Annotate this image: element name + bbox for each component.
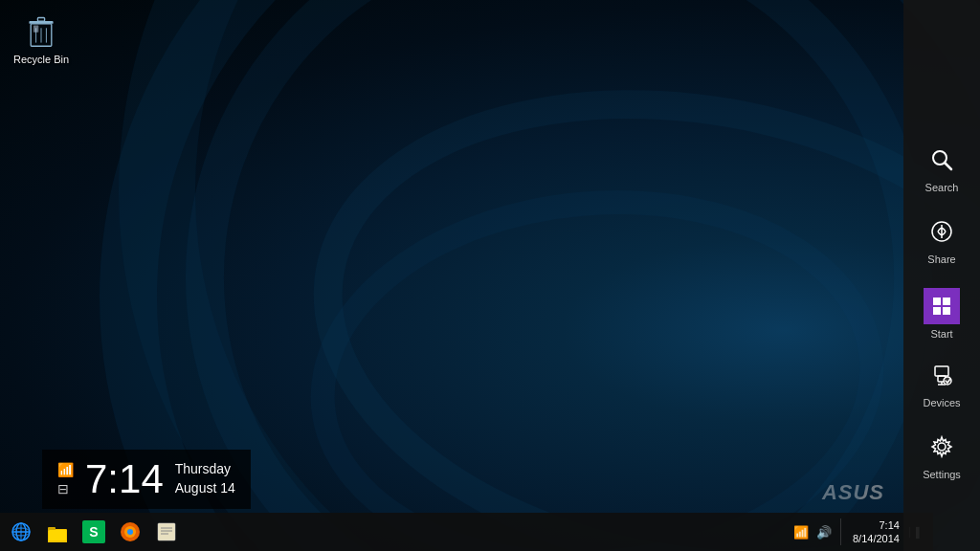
tablet-mode-icon: ⊟ — [57, 481, 74, 496]
svg-point-32 — [938, 443, 946, 451]
svg-line-24 — [945, 163, 951, 169]
clock-date-line: August 14 — [175, 479, 235, 498]
bg-swoosh-3 — [295, 167, 901, 551]
charm-devices-label: Devices — [923, 397, 960, 408]
taskbar-time: 7:14 — [853, 518, 900, 532]
charm-settings-label: Settings — [923, 469, 961, 480]
internet-explorer-taskbar-icon[interactable] — [4, 515, 38, 549]
svg-rect-15 — [49, 530, 66, 540]
windows-logo-icon — [933, 298, 950, 315]
store-icon-label: S — [89, 524, 98, 540]
svg-rect-5 — [37, 18, 44, 22]
svg-rect-6 — [33, 26, 38, 33]
charm-search[interactable]: Search — [903, 134, 980, 206]
browser-taskbar-icon[interactable] — [113, 515, 147, 549]
charm-start[interactable]: Start — [903, 277, 980, 349]
recycle-bin-image — [22, 11, 60, 50]
systray-divider — [840, 518, 841, 545]
taskbar: S 📶 🔊 7:14 — [0, 513, 933, 551]
asus-logo: ASUS — [822, 480, 884, 505]
clock-side-icons: 📶 ⊟ — [57, 462, 74, 496]
svg-rect-19 — [158, 523, 175, 540]
charm-start-label: Start — [930, 328, 952, 340]
recycle-bin-icon[interactable]: Recycle Bin — [8, 8, 75, 70]
clock-time-display: 7:14 — [85, 459, 164, 499]
devices-icon — [929, 363, 954, 393]
charm-share-label: Share — [927, 253, 955, 265]
charm-devices[interactable]: Devices — [903, 349, 980, 421]
windows-store-taskbar-icon[interactable]: S — [77, 515, 111, 549]
volume-systray-icon[interactable]: 🔊 — [813, 525, 835, 540]
charm-share[interactable]: Share — [903, 206, 980, 277]
search-icon — [929, 147, 954, 178]
file-explorer-taskbar-icon[interactable] — [40, 515, 75, 549]
charms-bar: Search Share Start — [903, 0, 980, 551]
clock-date-display: Thursday August 14 — [175, 460, 235, 497]
taskbar-clock[interactable]: 7:14 8/14/2014 — [847, 518, 905, 546]
desktop: Recycle Bin 📶 ⊟ 7:14 Thursday August 14 … — [0, 0, 980, 551]
charm-search-label: Search — [925, 182, 959, 193]
settings-icon — [929, 434, 954, 465]
bg-swoosh-2 — [275, 33, 980, 551]
clock-day: Thursday — [175, 460, 235, 479]
share-icon — [929, 219, 954, 250]
svg-rect-27 — [935, 366, 948, 376]
start-icon — [924, 288, 960, 324]
recycle-bin-label: Recycle Bin — [11, 54, 71, 66]
charm-settings[interactable]: Settings — [903, 421, 980, 493]
clock-overlay: 📶 ⊟ 7:14 Thursday August 14 — [42, 450, 251, 509]
taskbar-date: 8/14/2014 — [853, 532, 900, 545]
svg-point-18 — [127, 529, 133, 535]
network-bars-icon: 📶 — [57, 462, 74, 477]
notes-taskbar-icon[interactable] — [149, 515, 184, 549]
network-systray-icon[interactable]: 📶 — [791, 525, 812, 540]
